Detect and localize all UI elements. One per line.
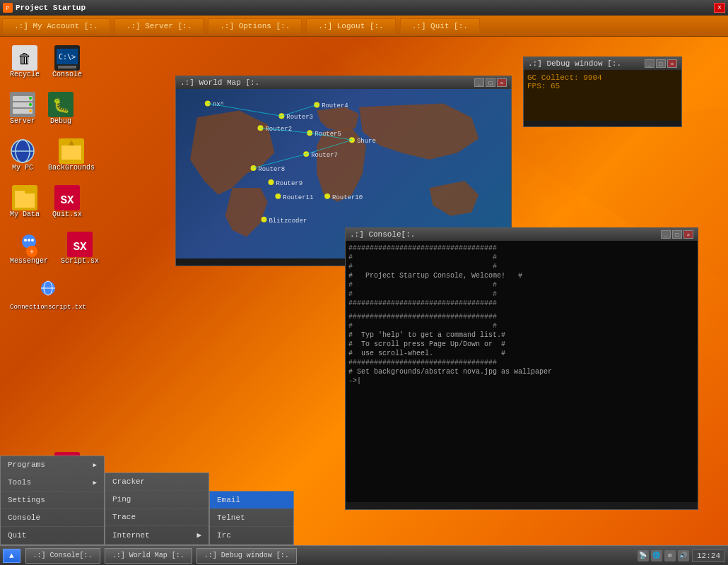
- start-menu-console-label: Console: [8, 513, 40, 522]
- icon-my-data-label: My Data: [10, 210, 40, 219]
- world-map-close[interactable]: ×: [497, 78, 507, 87]
- taskbar-debug[interactable]: .:] Debug window [:.: [196, 548, 297, 564]
- world-map-title-bar: .:] World Map [:. _ □ ×: [176, 76, 511, 89]
- taskbar-sound-icon: 🔊: [678, 550, 689, 561]
- menu-bar: .:] My Account [:. .:] Server [:. .:] Op…: [0, 16, 728, 37]
- icon-quit-sx[interactable]: SX Quit.sx: [49, 182, 85, 222]
- desktop: P Project Startup × .:] My Account [:. .…: [0, 0, 728, 565]
- submenu-ping[interactable]: Ping: [105, 491, 209, 509]
- taskbar-network-icon: 🌐: [651, 550, 662, 561]
- programs-submenu: Cracker Ping Trace Internet ▶: [105, 472, 209, 545]
- internet-irc[interactable]: Irc: [210, 527, 293, 545]
- console-line-3: # #: [348, 280, 695, 290]
- submenu-internet[interactable]: Internet ▶: [105, 526, 209, 545]
- menu-quit[interactable]: .:] Quit [:.: [400, 18, 480, 34]
- svg-text:+: +: [30, 249, 34, 256]
- icon-script-sx[interactable]: SX Script.sx: [58, 229, 102, 268]
- icon-connection-script[interactable]: Connectionscript.txt: [7, 275, 89, 314]
- script-sx-icon: SX: [67, 232, 93, 257]
- icon-messenger[interactable]: + Messenger: [7, 229, 51, 268]
- console-content[interactable]: ################################### # # …: [346, 241, 698, 502]
- svg-point-17: [29, 109, 32, 112]
- taskbar-debug-label: .:] Debug window [:.: [204, 552, 289, 559]
- world-map-minimize[interactable]: _: [474, 78, 484, 87]
- svg-text:Blitzcoder: Blitzcoder: [269, 218, 307, 225]
- taskbar-settings-icon: ⚙: [664, 550, 676, 561]
- menu-my-account[interactable]: .:] My Account [:.: [2, 18, 110, 34]
- svg-text:Shure: Shure: [357, 138, 376, 145]
- svg-rect-10: [58, 66, 76, 69]
- console-hash-3: ###################################: [348, 358, 695, 367]
- icon-script-sx-label: Script.sx: [61, 257, 99, 266]
- taskbar-console[interactable]: .:] Console[:.: [25, 548, 100, 564]
- menu-server[interactable]: .:] Server [:.: [115, 18, 204, 34]
- internet-submenu: Email Telnet Irc: [209, 491, 294, 545]
- menu-options[interactable]: .:] Options [:.: [208, 18, 302, 34]
- icon-recycle[interactable]: 🗑 Recycle: [7, 42, 42, 82]
- console-icon: C:\>: [54, 45, 80, 71]
- icon-my-data[interactable]: My Data: [7, 182, 42, 222]
- internet-irc-label: Irc: [217, 531, 231, 540]
- start-menu-quit[interactable]: Quit: [1, 527, 104, 545]
- app-icon: P: [3, 3, 13, 13]
- debug-minimize[interactable]: _: [645, 59, 654, 68]
- taskbar-system-icons: 📡 🌐 ⚙ 🔊: [638, 550, 689, 561]
- submenu-trace[interactable]: Trace: [105, 509, 209, 526]
- debug-close[interactable]: ×: [667, 59, 677, 68]
- svg-text:🐛: 🐛: [52, 97, 70, 114]
- submenu-trace-label: Trace: [112, 513, 136, 521]
- start-menu-tools-arrow: ▶: [93, 479, 97, 487]
- debug-maximize[interactable]: □: [656, 59, 666, 68]
- console-minimize[interactable]: _: [661, 230, 671, 239]
- taskbar: ▲ .:] Console[:. .:] World Map [:. .:] D…: [0, 545, 728, 565]
- console-line-4: # #: [348, 290, 695, 299]
- submenu-cracker[interactable]: Cracker: [105, 473, 209, 491]
- server-icon: [10, 92, 35, 117]
- icon-messenger-label: Messenger: [10, 257, 48, 266]
- svg-point-63: [268, 179, 274, 185]
- svg-point-65: [275, 194, 281, 199]
- console-scroll: # To scroll press Page Up/Down or #: [348, 340, 695, 349]
- start-menu-console[interactable]: Console: [1, 509, 104, 527]
- close-button[interactable]: ×: [714, 3, 725, 13]
- icon-connection-script-label: Connectionscript.txt: [10, 304, 86, 311]
- internet-telnet[interactable]: Telnet: [210, 509, 293, 527]
- world-map-maximize[interactable]: □: [486, 78, 495, 87]
- svg-text:Router9: Router9: [276, 180, 303, 187]
- start-menu-settings[interactable]: Settings: [1, 492, 104, 509]
- menu-logout[interactable]: .:] Logout [:.: [306, 18, 395, 34]
- taskbar-worldmap[interactable]: .:] World Map [:.: [105, 548, 192, 564]
- console-welcome: # Project Startup Console, Welcome! #: [348, 271, 695, 280]
- console-prompt: ->|: [348, 376, 695, 386]
- my-data-icon: [12, 185, 37, 210]
- icon-quit-sx-label: Quit.sx: [52, 210, 82, 219]
- svg-text:C:\>: C:\>: [59, 53, 76, 61]
- icon-server-label: Server: [10, 117, 35, 126]
- svg-rect-25: [61, 145, 81, 160]
- icon-my-pc[interactable]: My PC: [7, 136, 38, 175]
- submenu-ping-label: Ping: [112, 495, 131, 504]
- start-menu-tools[interactable]: Tools ▶: [1, 474, 104, 492]
- icon-debug[interactable]: 🐛 Debug: [45, 89, 76, 129]
- svg-text:SX: SX: [73, 241, 87, 254]
- svg-text:Router10: Router10: [332, 194, 363, 201]
- icon-backgrounds[interactable]: BackGrounds: [45, 136, 98, 175]
- svg-point-33: [24, 239, 27, 242]
- icon-console[interactable]: C:\> Console: [49, 42, 85, 82]
- connection-script-icon: [35, 278, 61, 304]
- start-menu-programs[interactable]: Programs ▶: [1, 456, 104, 474]
- svg-point-69: [261, 217, 266, 222]
- submenu-internet-arrow: ▶: [196, 530, 201, 540]
- console-close[interactable]: ×: [683, 230, 693, 239]
- internet-email-label: Email: [217, 496, 240, 504]
- start-button[interactable]: ▲: [3, 549, 20, 563]
- quit-sx-icon: SX: [54, 185, 80, 210]
- start-menu-settings-label: Settings: [8, 496, 45, 504]
- start-menu-programs-arrow: ▶: [93, 461, 97, 469]
- internet-email[interactable]: Email: [210, 492, 293, 509]
- console-title-bar: .:] Console[:. _ □ ×: [346, 228, 698, 241]
- taskbar-clock: 12:24: [692, 549, 725, 562]
- console-maximize[interactable]: □: [672, 230, 682, 239]
- icon-server[interactable]: Server: [7, 89, 38, 129]
- console-line-1: # #: [348, 253, 695, 262]
